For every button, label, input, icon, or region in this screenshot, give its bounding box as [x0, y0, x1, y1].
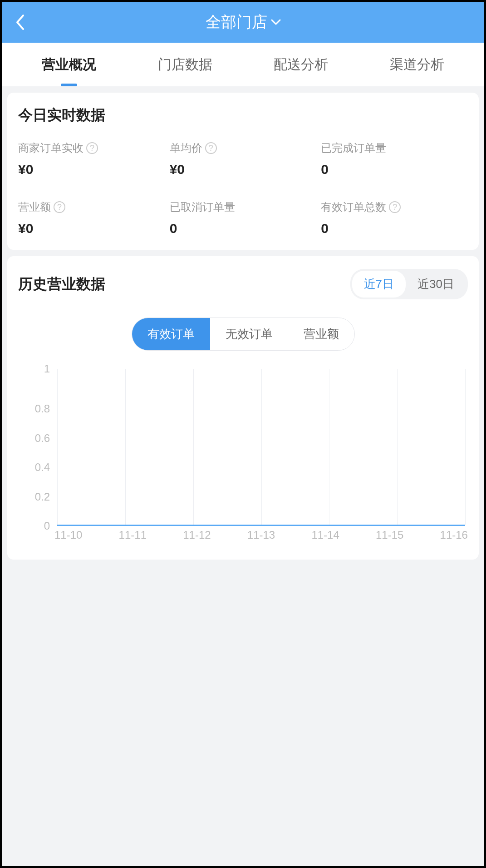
metric-value: 0 — [321, 162, 468, 177]
metric-label-text: 商家订单实收 — [18, 141, 83, 155]
plot-area — [57, 369, 465, 526]
range-7d[interactable]: 近7日 — [352, 271, 406, 298]
realtime-card: 今日实时数据 商家订单实收? ¥0 单均价? ¥0 已完成订单量 0 营业额? … — [7, 93, 479, 250]
store-selector[interactable]: 全部门店 — [2, 12, 484, 33]
help-icon[interactable]: ? — [54, 201, 65, 213]
y-tick: 0 — [18, 521, 50, 531]
metric-label-text: 已完成订单量 — [321, 141, 386, 155]
x-tick: 11-13 — [247, 529, 275, 541]
metric-item: 已取消订单量 0 — [170, 200, 317, 236]
tab-label: 配送分析 — [274, 55, 328, 74]
help-icon[interactable]: ? — [389, 201, 401, 213]
metric-item: 营业额? ¥0 — [18, 200, 165, 236]
tab-overview[interactable]: 营业概况 — [39, 43, 99, 86]
range-switch: 近7日 近30日 — [350, 269, 468, 299]
y-axis-labels: 1 0.8 0.6 0.4 0.2 0 — [18, 369, 50, 526]
tab-label: 门店数据 — [158, 55, 212, 74]
metric-value: ¥0 — [18, 162, 165, 177]
range-30d[interactable]: 近30日 — [406, 271, 466, 298]
metric-item: 有效订单总数? 0 — [321, 200, 468, 236]
header-title-text: 全部门店 — [206, 12, 267, 33]
series-label: 无效订单 — [226, 327, 273, 341]
metric-label-text: 单均价 — [170, 141, 202, 155]
tab-label: 渠道分析 — [390, 55, 444, 74]
main-tabbar: 营业概况 门店数据 配送分析 渠道分析 — [2, 43, 484, 86]
tab-label: 营业概况 — [42, 55, 96, 74]
series-invalid[interactable]: 无效订单 — [210, 318, 288, 350]
series-label: 营业额 — [304, 327, 339, 341]
x-tick: 11-16 — [440, 529, 468, 541]
series-switch: 有效订单 无效订单 营业额 — [132, 317, 355, 351]
chevron-down-icon — [271, 19, 281, 25]
metric-label-text: 已取消订单量 — [170, 200, 235, 214]
metric-value: ¥0 — [170, 162, 317, 177]
y-tick: 1 — [18, 363, 50, 374]
metric-item: 已完成订单量 0 — [321, 141, 468, 177]
chart: 1 0.8 0.6 0.4 0.2 0 11-10 11-11 11-12 11… — [18, 369, 468, 541]
tab-delivery[interactable]: 配送分析 — [271, 43, 331, 86]
range-label: 近30日 — [417, 277, 454, 291]
tab-channel[interactable]: 渠道分析 — [387, 43, 447, 86]
metric-label-text: 有效订单总数 — [321, 200, 386, 214]
metrics-grid: 商家订单实收? ¥0 单均价? ¥0 已完成订单量 0 营业额? ¥0 已取消订… — [18, 141, 468, 236]
app-header: 全部门店 — [2, 2, 484, 43]
y-tick: 0.4 — [18, 462, 50, 473]
tab-store-data[interactable]: 门店数据 — [155, 43, 215, 86]
x-tick: 11-15 — [376, 529, 403, 541]
history-card: 历史营业数据 近7日 近30日 有效订单 无效订单 营业额 1 0.8 0.6 … — [7, 256, 479, 560]
metric-item: 商家订单实收? ¥0 — [18, 141, 165, 177]
realtime-title: 今日实时数据 — [18, 105, 468, 125]
y-tick: 0.6 — [18, 433, 50, 444]
x-tick: 11-12 — [183, 529, 211, 541]
range-label: 近7日 — [364, 277, 394, 291]
back-button[interactable] — [15, 14, 25, 30]
series-label: 有效订单 — [147, 327, 195, 341]
metric-value: ¥0 — [18, 221, 165, 236]
series-revenue[interactable]: 营业额 — [288, 318, 354, 350]
y-tick: 0.2 — [18, 491, 50, 502]
y-tick: 0.8 — [18, 403, 50, 414]
metric-value: 0 — [170, 221, 317, 236]
history-title: 历史营业数据 — [18, 274, 105, 294]
help-icon[interactable]: ? — [86, 142, 98, 154]
series-valid[interactable]: 有效订单 — [132, 318, 210, 350]
metric-value: 0 — [321, 221, 468, 236]
x-tick: 11-14 — [311, 529, 339, 541]
metric-label-text: 营业额 — [18, 200, 51, 214]
x-tick: 11-11 — [119, 529, 147, 541]
help-icon[interactable]: ? — [205, 142, 217, 154]
x-axis-labels: 11-10 11-11 11-12 11-13 11-14 11-15 11-1… — [54, 529, 468, 541]
x-tick: 11-10 — [54, 529, 82, 541]
metric-item: 单均价? ¥0 — [170, 141, 317, 177]
